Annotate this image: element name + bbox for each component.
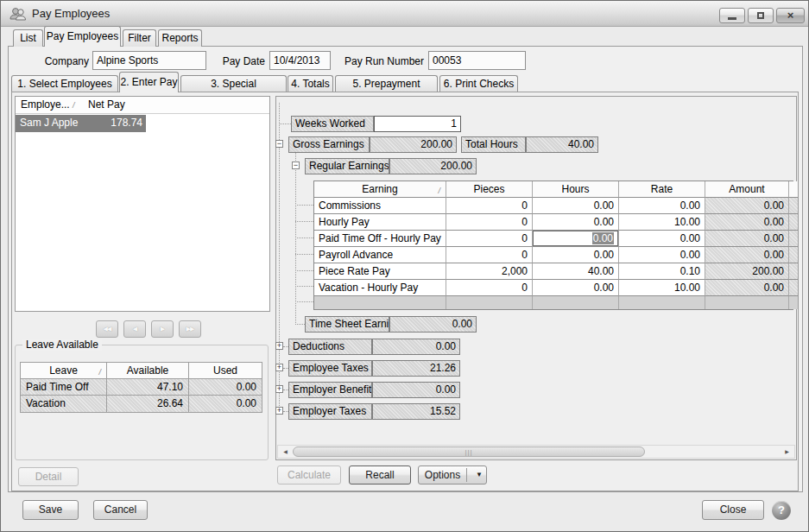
available-cell[interactable]: 47.10 — [107, 379, 189, 396]
hours-cell[interactable]: 0.00 — [533, 198, 619, 214]
tab-pay-employees[interactable]: Pay Employees — [44, 26, 121, 47]
close-window-button[interactable]: × — [776, 8, 805, 23]
selected-text: 0.00 — [592, 232, 614, 244]
employer-benefit-label: Employer Benefit — [288, 382, 372, 398]
close-button[interactable]: Close — [702, 500, 764, 520]
available-column-header[interactable]: Available — [107, 363, 189, 379]
earning-cell[interactable]: Commissions — [314, 198, 446, 214]
horizontal-scrollbar[interactable]: ◀ ||| ▶ — [277, 445, 795, 459]
expand-employer-benefit-icon[interactable]: + — [275, 385, 283, 393]
pieces-cell[interactable]: 2,000 — [446, 263, 533, 280]
tab-list[interactable]: List — [13, 29, 43, 47]
previous-record-button[interactable]: ◀ — [123, 320, 146, 338]
minimize-button[interactable] — [719, 8, 745, 23]
rate-cell[interactable]: 0.00 — [619, 231, 705, 247]
leave-cell[interactable]: Vacation — [21, 396, 107, 412]
scroll-right-button[interactable]: ▶ — [781, 446, 793, 457]
tab-special-adjustments[interactable]: 3. Special Adjustments — [180, 75, 287, 92]
amount-cell: 0.00 — [705, 198, 789, 214]
leave-column-header[interactable]: Leave/ — [21, 363, 107, 379]
maximize-icon — [757, 12, 764, 19]
tab-select-employees[interactable]: 1. Select Employees — [11, 75, 118, 92]
weeks-worked-label: Weeks Worked — [291, 116, 374, 132]
hours-cell[interactable]: 0.00 — [533, 247, 619, 263]
earning-cell[interactable]: Piece Rate Pay — [314, 263, 446, 280]
scroll-left-button[interactable]: ◀ — [279, 446, 292, 457]
earning-column-header[interactable]: Earning/ — [314, 181, 446, 198]
tree-line — [295, 205, 313, 206]
save-button[interactable]: Save — [22, 500, 79, 520]
pieces-cell[interactable]: 0 — [446, 231, 533, 247]
leave-cell[interactable]: Paid Time Off — [21, 379, 107, 396]
rate-cell[interactable]: 0.10 — [619, 263, 705, 280]
spacer-cell — [789, 247, 798, 263]
rate-column-header[interactable]: Rate — [619, 181, 705, 198]
first-record-button[interactable]: ◀◀ — [96, 320, 118, 338]
expand-deductions-icon[interactable]: + — [275, 342, 283, 350]
scrollbar-thumb[interactable]: ||| — [293, 446, 645, 457]
pieces-cell[interactable]: 0 — [446, 198, 533, 214]
tree-line — [295, 221, 313, 222]
rate-cell[interactable]: 10.00 — [619, 214, 705, 231]
tab-filter[interactable]: Filter — [123, 29, 156, 47]
employee-column-header[interactable]: Employe... / — [21, 98, 75, 111]
employer-taxes-label: Employer Taxes — [288, 403, 372, 420]
earning-cell[interactable]: Paid Time Off - Hourly Pay — [314, 231, 446, 247]
expand-employer-taxes-icon[interactable]: + — [275, 407, 283, 415]
employee-row-selected[interactable]: Sam J Apple 178.74 — [16, 115, 146, 132]
hours-cell-editing[interactable]: 0.00 — [533, 231, 619, 247]
sort-asc-icon: / — [98, 364, 101, 380]
pay-run-number-label: Pay Run Number — [339, 54, 424, 69]
recall-button[interactable]: Recall — [349, 466, 411, 484]
earning-cell[interactable]: Payroll Advance — [314, 247, 446, 263]
last-record-button[interactable]: ▶▶ — [179, 320, 201, 338]
tab-totals[interactable]: 4. Totals — [288, 75, 333, 92]
total-hours-label: Total Hours — [461, 136, 526, 153]
pieces-column-header[interactable]: Pieces — [446, 181, 533, 198]
tree-line — [295, 270, 313, 271]
maximize-button[interactable] — [748, 8, 774, 23]
expand-employee-taxes-icon[interactable]: + — [275, 364, 283, 371]
hours-column-header[interactable]: Hours — [533, 181, 619, 198]
earning-cell[interactable]: Vacation - Hourly Pay — [314, 280, 446, 296]
pieces-cell[interactable]: 0 — [446, 214, 533, 231]
tab-reports[interactable]: Reports — [158, 29, 202, 47]
collapse-gross-earnings-icon[interactable]: − — [275, 140, 283, 148]
amount-column-header[interactable]: Amount — [705, 181, 789, 198]
company-field[interactable]: Alpine Sports — [92, 51, 206, 70]
next-record-button[interactable]: ▶ — [151, 320, 174, 338]
pieces-cell[interactable]: 0 — [446, 280, 533, 296]
available-cell[interactable]: 26.64 — [107, 396, 189, 412]
pay-date-field[interactable]: 10/4/2013 — [269, 51, 331, 70]
used-column-header[interactable]: Used — [189, 363, 262, 379]
hours-cell[interactable]: 0.00 — [533, 280, 619, 296]
scroll-left-icon: ◀ — [283, 449, 288, 454]
pay-employees-window: Pay Employees × List Pay Employees Filte… — [0, 0, 809, 532]
net-pay-column-header[interactable]: Net Pay — [88, 98, 125, 111]
pieces-cell[interactable]: 0 — [446, 247, 533, 263]
tab-prepayment-reports[interactable]: 5. Prepayment Reports — [335, 75, 438, 92]
tree-line — [295, 238, 313, 238]
collapse-regular-earnings-icon[interactable]: − — [292, 162, 300, 169]
empty-row-cell — [705, 296, 789, 309]
help-button[interactable]: ? — [772, 501, 791, 520]
people-icon — [9, 7, 28, 22]
tab-enter-pay[interactable]: 2. Enter Pay — [119, 72, 179, 92]
cancel-button[interactable]: Cancel — [93, 500, 148, 520]
rate-cell[interactable]: 0.00 — [619, 198, 705, 214]
weeks-worked-input[interactable]: 1 — [374, 116, 461, 132]
rate-cell[interactable]: 0.00 — [619, 247, 705, 263]
rate-cell[interactable]: 10.00 — [619, 280, 705, 296]
tree-line — [295, 286, 313, 287]
earning-cell[interactable]: Hourly Pay — [314, 214, 446, 231]
used-cell[interactable]: 0.00 — [189, 379, 262, 396]
dropdown-arrow-icon[interactable]: ▼ — [476, 466, 483, 484]
deductions-value: 0.00 — [372, 339, 460, 355]
options-button[interactable]: Options ▼ — [418, 466, 487, 484]
hours-cell[interactable]: 40.00 — [533, 263, 619, 280]
used-cell[interactable]: 0.00 — [189, 396, 262, 412]
pay-run-number-field[interactable]: 00053 — [428, 51, 526, 70]
tab-print-checks[interactable]: 6. Print Checks — [439, 75, 518, 92]
leave-available-table: Leave/ Available Used Paid Time Off 47.1… — [20, 362, 262, 413]
hours-cell[interactable]: 0.00 — [533, 214, 619, 231]
